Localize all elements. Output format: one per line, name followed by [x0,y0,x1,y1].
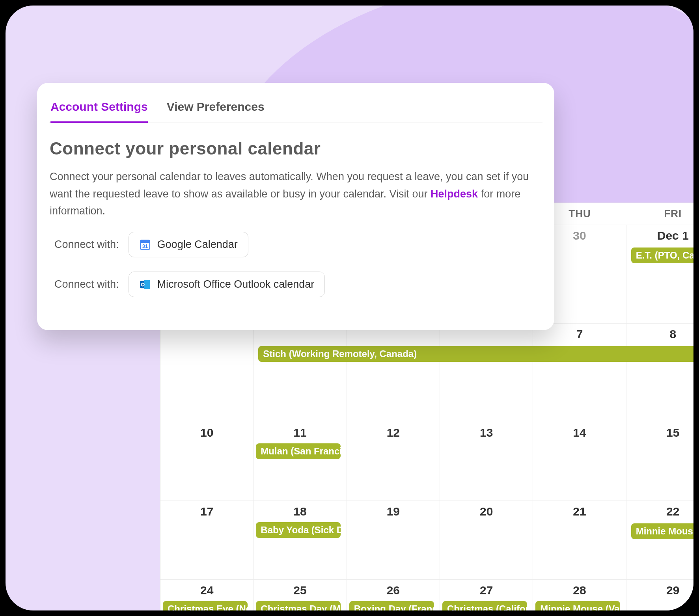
calendar-event-pill[interactable]: Mulan (San Franci [256,443,341,459]
connect-label: Connect with: [54,238,119,251]
calendar-event-pill[interactable]: Christmas Eve (Ne [163,601,248,610]
date-number: 12 [347,426,440,439]
calendar-day-cell[interactable]: 21 [533,501,626,579]
outlook-icon [139,279,151,290]
date-number: 18 [254,505,346,518]
google-calendar-icon: 31 [139,239,151,251]
date-number: 29 [626,584,693,597]
page-background: SUN MON TUE WED THU FRI 30Dec 1E.T. (PTO… [6,6,693,610]
calendar-week-row: 24Christmas Eve (Ne25Christmas Day (Me26… [160,580,693,610]
calendar-day-cell[interactable]: 12 [347,422,440,501]
calendar-day-cell[interactable]: 26Boxing Day (FrancBoxing Day (regioDay … [347,580,440,610]
calendar-event-pill[interactable]: Baby Yoda (Sick D [256,522,341,538]
date-number: 27 [440,584,533,597]
calendar-day-cell[interactable]: 8Youth Day (Spain) [626,324,693,422]
date-number: Dec 1 [626,229,693,242]
calendar-day-cell[interactable]: Stich (Working Remotely, Canada) [254,324,347,422]
date-number: 28 [533,584,626,597]
calendar-day-cell[interactable]: 20 [440,501,533,579]
calendar-event-pill[interactable]: Boxing Day (Franc [349,601,434,610]
svg-text:31: 31 [142,243,147,249]
svg-rect-1 [140,240,149,243]
calendar-day-cell[interactable]: 7 [533,324,626,422]
calendar-week-row: 1011Mulan (San Franci12131415 [160,422,693,501]
calendar-week-row: Stich (Working Remotely, Canada)78Youth … [160,324,693,422]
calendar-day-cell[interactable]: 22Minnie Mouse (PT [626,501,693,579]
date-number: 26 [347,584,440,597]
calendar-day-cell[interactable]: 28Minnie Mouse (Va [533,580,626,610]
modal-heading: Connect your personal calendar [50,139,542,158]
modal-description: Connect your personal calendar to leaves… [50,168,542,220]
calendar-day-cell[interactable]: 19 [347,501,440,579]
calendar-event-pill[interactable]: Christmas Day (Me [256,601,341,610]
connect-google-button[interactable]: 31 Google Calendar [129,232,248,257]
tab-view-preferences[interactable]: View Preferences [167,99,265,123]
calendar-day-cell[interactable]: 10 [160,422,254,501]
date-number: 21 [533,505,626,518]
button-label: Google Calendar [157,238,238,251]
date-number: 25 [254,584,346,597]
calendar-event-pill[interactable]: Minnie Mouse (PT [631,523,693,539]
date-number: 13 [440,426,533,439]
date-number: 11 [254,426,346,439]
calendar-day-cell[interactable] [347,324,440,422]
connect-outlook-row: Connect with: Microsoft Office Outlook c… [54,272,542,297]
date-number: 20 [440,505,533,518]
helpdesk-link[interactable]: Helpdesk [431,188,478,200]
settings-modal: Account Settings View Preferences Connec… [37,83,554,330]
calendar-week-row: 1718Baby Yoda (Sick D19202122Minnie Mous… [160,501,693,580]
date-number: 8 [626,328,693,341]
calendar-event-pill[interactable]: E.T. (PTO, Canada [631,248,693,263]
calendar-day-cell[interactable]: 27Christmas (CaliforFlounder (Jury DutMi… [440,580,533,610]
calendar-day-cell[interactable]: Dec 1E.T. (PTO, Canada [626,225,693,323]
calendar-day-cell[interactable]: 29 [626,580,693,610]
calendar-event-pill[interactable]: Christmas (Califor [442,601,527,610]
calendar-day-cell[interactable]: 17 [160,501,254,579]
date-number: 10 [160,426,253,439]
calendar-day-cell[interactable]: 18Baby Yoda (Sick D [254,501,347,579]
calendar-day-cell[interactable]: 14 [533,422,626,501]
svg-point-6 [142,283,144,285]
calendar-day-cell[interactable]: 13 [440,422,533,501]
tabs-bar: Account Settings View Preferences [49,99,542,123]
connect-google-row: Connect with: 31 Google Calendar [54,232,542,257]
calendar-event-pill[interactable]: Stich (Working Remotely, Canada) [258,346,693,362]
date-number: 17 [160,505,253,518]
svg-rect-4 [144,280,150,289]
date-number: 22 [626,505,693,518]
date-number: 15 [626,426,693,439]
date-number: 24 [160,584,253,597]
connect-outlook-button[interactable]: Microsoft Office Outlook calendar [129,272,325,297]
calendar-day-cell[interactable] [440,324,533,422]
calendar-day-cell[interactable]: 15 [626,422,693,501]
calendar-day-cell[interactable]: 24Christmas Eve (Ne [160,580,254,610]
date-number: 14 [533,426,626,439]
calendar-event-pill[interactable]: Minnie Mouse (Va [535,601,620,610]
weekday-header: FRI [626,203,693,225]
button-label: Microsoft Office Outlook calendar [157,278,315,290]
calendar-day-cell[interactable]: 11Mulan (San Franci [254,422,347,501]
calendar-day-cell[interactable]: 25Christmas Day (Me [254,580,347,610]
calendar-day-cell[interactable] [160,324,254,422]
date-number: 19 [347,505,440,518]
tab-account-settings[interactable]: Account Settings [50,99,148,123]
connect-label: Connect with: [54,278,119,290]
